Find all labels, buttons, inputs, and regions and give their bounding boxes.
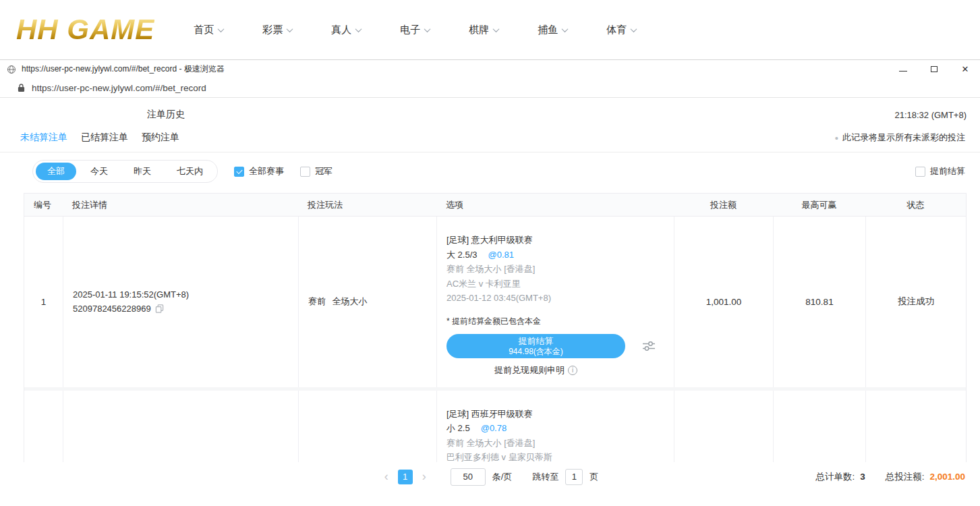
chevron-down-icon	[218, 26, 225, 32]
page-number-1[interactable]: 1	[398, 470, 413, 484]
total-amount-value: 2,001.00	[929, 472, 965, 482]
cell-max-win: 810.81	[773, 217, 865, 387]
minimize-button[interactable]	[898, 64, 909, 75]
cell-status	[865, 391, 966, 462]
table-row: [足球] 西班牙甲级联赛 小 2.5 @0.78 赛前 全场大小 [香港盘] 巴…	[24, 391, 966, 462]
early-settle-button-amount: 944.98(含本金)	[509, 347, 563, 356]
option-pick-line: 大 2.5/3 @0.81	[446, 248, 667, 262]
filter-row: 全部 今天 昨天 七天内 全部赛事 冠军 提前结算	[0, 152, 980, 190]
cash-out-rules-link[interactable]: 提前兑现规则申明 i	[446, 363, 625, 378]
nav-item-label: 电子	[400, 24, 420, 36]
checkbox-all-events-label: 全部赛事	[249, 165, 284, 177]
checkbox-unchecked-icon	[300, 167, 310, 177]
tab-unsettled[interactable]: 未结算注单	[20, 132, 67, 144]
checkbox-checked-icon	[234, 167, 244, 177]
url-text[interactable]: https://user-pc-new.jylywl.com/#/bet_rec…	[32, 83, 206, 93]
early-settle-note: * 提前结算金额已包含本金	[446, 314, 667, 329]
cell-option: [足球] 意大利甲级联赛 大 2.5/3 @0.81 赛前 全场大小 [香港盘]…	[436, 217, 674, 387]
site-header: HH GAME 首页 彩票 真人 电子 棋牌 捕鱼 体育	[0, 0, 980, 59]
totals: 总计单数: 3 总投注额: 2,001.00	[815, 462, 965, 492]
pill-7days[interactable]: 七天内	[165, 163, 214, 180]
lock-icon	[18, 83, 25, 92]
bet-time: 2025-01-11 19:15:52(GMT+8)	[73, 289, 298, 300]
tabs-note-text: 此记录将显示所有未派彩的投注	[842, 132, 965, 144]
chevron-down-icon	[493, 26, 500, 32]
prev-page-icon[interactable]: ‹	[382, 470, 391, 484]
nav-item-sports[interactable]: 体育	[606, 24, 636, 36]
sliders-icon[interactable]	[641, 339, 656, 354]
brand-logo[interactable]: HH GAME	[16, 13, 154, 46]
maximize-button[interactable]	[929, 64, 940, 75]
server-time: 21:18:32 (GMT+8)	[894, 110, 967, 120]
nav-item-label: 体育	[606, 24, 627, 36]
pill-today[interactable]: 今天	[79, 163, 119, 180]
window-controls: ✕	[898, 64, 971, 75]
page-size-input[interactable]	[451, 468, 486, 486]
cell-play-type	[298, 391, 436, 462]
total-amount-label: 总投注额:	[886, 471, 925, 483]
col-header-status: 状态	[865, 199, 966, 211]
option-market: 赛前 全场大小 [香港盘]	[446, 262, 667, 277]
chevron-down-icon	[562, 26, 569, 32]
col-header-play: 投注玩法	[298, 199, 436, 211]
nav-item-label: 捕鱼	[538, 24, 558, 36]
nav-item-lottery[interactable]: 彩票	[262, 24, 292, 36]
maximize-icon	[931, 66, 938, 72]
tab-settled[interactable]: 已结算注单	[81, 132, 128, 144]
page-unit-label: 页	[589, 471, 598, 483]
browser-tab-title: https://user-pc-new.jylywl.com/#/bet_rec…	[22, 63, 225, 75]
cell-max-win	[773, 391, 865, 462]
checkbox-all-events[interactable]: 全部赛事	[234, 165, 284, 177]
nav-item-home[interactable]: 首页	[194, 24, 223, 36]
early-settle-row: 提前结算 944.98(含本金)	[446, 334, 667, 358]
option-match: 巴利亚多利德 v 皇家贝蒂斯	[446, 450, 667, 462]
option-pick: 大 2.5/3	[446, 248, 478, 262]
nav-item-label: 真人	[331, 24, 351, 36]
chevron-down-icon	[287, 26, 293, 32]
nav-item-cards[interactable]: 棋牌	[469, 24, 498, 36]
nav-item-label: 首页	[194, 24, 214, 36]
copy-icon[interactable]	[155, 304, 164, 313]
nav-item-label: 彩票	[262, 24, 283, 36]
total-orders-label: 总计单数:	[815, 471, 855, 483]
table-header: 编号 投注详情 投注玩法 选项 投注额 最高可赢 状态	[24, 194, 966, 217]
table-row: 1 2025-01-11 19:15:52(GMT+8) 52097824562…	[24, 217, 966, 391]
bet-table: 编号 投注详情 投注玩法 选项 投注额 最高可赢 状态 1 2025-01-11…	[24, 193, 967, 462]
nav-item-fishing[interactable]: 捕鱼	[538, 24, 567, 36]
option-match: AC米兰 v 卡利亚里	[446, 277, 667, 291]
cell-row-number: 1	[24, 217, 63, 387]
option-league: [足球] 意大利甲级联赛	[446, 233, 667, 248]
jump-to-label: 跳转至	[532, 471, 558, 483]
checkbox-unchecked-icon	[915, 167, 925, 177]
next-page-icon[interactable]: ›	[420, 470, 429, 484]
chevron-down-icon	[631, 26, 637, 32]
option-odds: @0.78	[481, 421, 507, 436]
browser-tab-info: https://user-pc-new.jylywl.com/#/bet_rec…	[7, 63, 225, 75]
nav-item-label: 棋牌	[469, 24, 489, 36]
chevron-down-icon	[424, 26, 431, 32]
early-settle-button[interactable]: 提前结算 944.98(含本金)	[446, 334, 625, 358]
cell-bet-detail	[63, 391, 298, 462]
page-title: 注单历史	[147, 109, 185, 121]
cell-row-number	[24, 391, 63, 462]
option-pick-line: 小 2.5 @0.78	[446, 421, 667, 436]
nav-item-slots[interactable]: 电子	[400, 24, 430, 36]
pill-yesterday[interactable]: 昨天	[122, 163, 163, 180]
screen: HH GAME 首页 彩票 真人 电子 棋牌 捕鱼 体育 https://use…	[0, 0, 980, 506]
nav-item-live[interactable]: 真人	[331, 24, 361, 36]
option-odds: @0.81	[488, 248, 515, 262]
checkbox-champion[interactable]: 冠军	[300, 165, 333, 177]
cell-bet-detail: 2025-01-11 19:15:52(GMT+8) 5209782456228…	[63, 217, 298, 387]
option-pick: 小 2.5	[446, 421, 470, 436]
option-league: [足球] 西班牙甲级联赛	[446, 407, 667, 422]
tabs-note: • 此记录将显示所有未派彩的投注	[835, 132, 965, 144]
jump-page-input[interactable]	[565, 469, 583, 485]
close-button[interactable]: ✕	[960, 64, 971, 75]
pill-all[interactable]: 全部	[36, 163, 76, 180]
option-market: 赛前 全场大小 [香港盘]	[446, 436, 667, 451]
col-header-option: 选项	[436, 199, 674, 211]
globe-icon	[7, 65, 16, 74]
cell-option: [足球] 西班牙甲级联赛 小 2.5 @0.78 赛前 全场大小 [香港盘] 巴…	[436, 391, 674, 462]
tab-reserved[interactable]: 预约注单	[142, 132, 179, 144]
checkbox-early-settle[interactable]: 提前结算	[915, 165, 965, 177]
